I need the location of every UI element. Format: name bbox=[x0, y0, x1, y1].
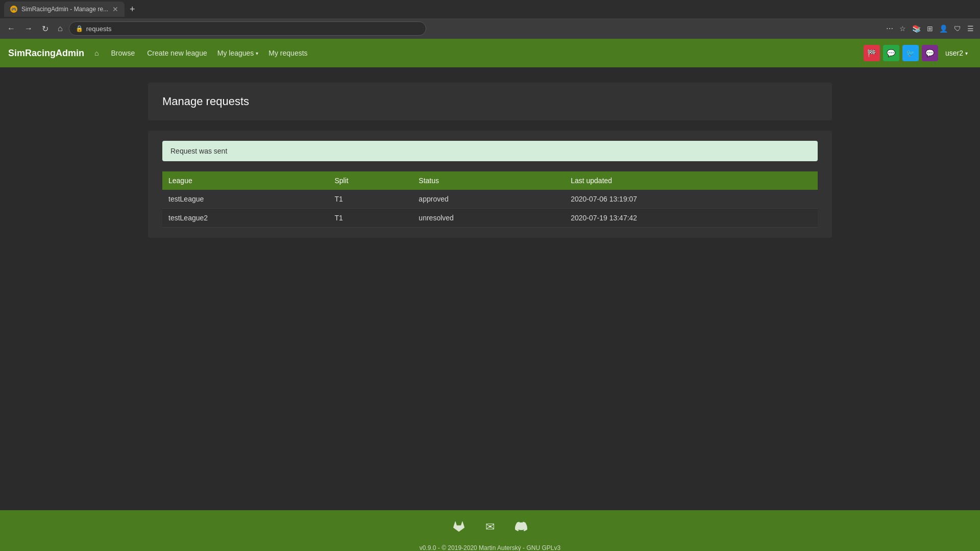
footer: ✉ v0.9.0 - © 2019-2020 Martin Auterský -… bbox=[0, 510, 980, 551]
email-footer-icon[interactable]: ✉ bbox=[485, 520, 495, 536]
nav-home[interactable]: ⌂ bbox=[92, 45, 101, 61]
username-label: user2 bbox=[945, 49, 963, 57]
table-body: testLeague T1 approved 2020-07-06 13:19:… bbox=[162, 190, 818, 228]
forward-button[interactable]: → bbox=[21, 22, 36, 35]
success-alert: Request was sent bbox=[162, 141, 818, 161]
discord-footer-icon[interactable] bbox=[515, 520, 527, 536]
shield-button[interactable]: 🛡 bbox=[952, 22, 963, 35]
navbar: SimRacingAdmin ⌂ Browse Create new leagu… bbox=[0, 39, 980, 67]
tab-title: SimRacingAdmin - Manage re... bbox=[21, 6, 108, 13]
cell-updated-2: 2020-07-19 13:47:42 bbox=[565, 209, 818, 228]
table-header-row: League Split Status Last updated bbox=[162, 171, 818, 190]
page-header: Manage requests bbox=[148, 83, 832, 120]
copyright-text: v0.9.0 - © 2019-2020 Martin Auterský - G… bbox=[0, 543, 980, 551]
user-dropdown[interactable]: user2 ▾ bbox=[941, 47, 972, 59]
main-card: Request was sent League Split Status Las… bbox=[148, 131, 832, 238]
menu-button[interactable]: ☰ bbox=[965, 22, 976, 35]
address-bar[interactable]: 🔒 requests bbox=[69, 21, 426, 36]
user-chevron: ▾ bbox=[965, 51, 968, 56]
close-tab-button[interactable]: ✕ bbox=[112, 5, 118, 13]
gitlab-footer-icon[interactable] bbox=[453, 520, 465, 536]
table-header: League Split Status Last updated bbox=[162, 171, 818, 190]
requests-table: League Split Status Last updated testLea… bbox=[162, 171, 818, 228]
main-content: Manage requests Request was sent League … bbox=[0, 67, 980, 510]
container: Manage requests Request was sent League … bbox=[138, 83, 842, 238]
table-row: testLeague T1 approved 2020-07-06 13:19:… bbox=[162, 190, 818, 209]
home-button[interactable]: ⌂ bbox=[55, 22, 66, 35]
cell-status-2: unresolved bbox=[412, 209, 565, 228]
page-title: Manage requests bbox=[162, 95, 818, 108]
browser-chrome: 🎮 SimRacingAdmin - Manage re... ✕ + ← → … bbox=[0, 0, 980, 39]
extensions-button[interactable]: ⋯ bbox=[884, 22, 895, 35]
footer-copyright: v0.9.0 - © 2019-2020 Martin Auterský - G… bbox=[0, 543, 980, 551]
twitter-icon-button[interactable]: 🐦 bbox=[902, 45, 919, 61]
col-split: Split bbox=[328, 171, 412, 190]
active-tab[interactable]: 🎮 SimRacingAdmin - Manage re... ✕ bbox=[4, 2, 125, 17]
reload-button[interactable]: ↻ bbox=[39, 22, 52, 36]
navbar-right: 🏁 💬 🐦 💬 user2 ▾ bbox=[864, 45, 972, 61]
chat-icon-button[interactable]: 💬 bbox=[883, 45, 899, 61]
bookmark-button[interactable]: ☆ bbox=[897, 22, 908, 35]
cell-league-2: testLeague2 bbox=[162, 209, 328, 228]
table-row: testLeague2 T1 unresolved 2020-07-19 13:… bbox=[162, 209, 818, 228]
col-last-updated: Last updated bbox=[565, 171, 818, 190]
back-button[interactable]: ← bbox=[4, 22, 18, 35]
new-tab-button[interactable]: + bbox=[127, 4, 138, 15]
tab-bar: 🎮 SimRacingAdmin - Manage re... ✕ + bbox=[0, 0, 980, 18]
navbar-brand[interactable]: SimRacingAdmin bbox=[8, 48, 84, 59]
tabs-button[interactable]: ⊞ bbox=[925, 22, 935, 35]
flag-icon-button[interactable]: 🏁 bbox=[864, 45, 880, 61]
nav-create-league[interactable]: Create new league bbox=[145, 45, 209, 61]
cell-updated-1: 2020-07-06 13:19:07 bbox=[565, 190, 818, 209]
cell-league-1: testLeague bbox=[162, 190, 328, 209]
discord-icon-button[interactable]: 💬 bbox=[922, 45, 938, 61]
toolbar-icons: ⋯ ☆ 📚 ⊞ 👤 🛡 ☰ bbox=[884, 22, 976, 35]
history-button[interactable]: 📚 bbox=[910, 22, 923, 35]
browser-toolbar: ← → ↻ ⌂ 🔒 requests ⋯ ☆ 📚 ⊞ 👤 🛡 ☰ bbox=[0, 18, 980, 39]
nav-my-leagues[interactable]: My leagues ▾ bbox=[217, 49, 259, 57]
profile-button[interactable]: 👤 bbox=[937, 22, 950, 35]
col-league: League bbox=[162, 171, 328, 190]
tab-favicon: 🎮 bbox=[10, 6, 17, 13]
nav-browse[interactable]: Browse bbox=[109, 45, 137, 61]
address-text: requests bbox=[86, 25, 112, 33]
my-leagues-chevron: ▾ bbox=[256, 51, 258, 56]
alert-text: Request was sent bbox=[170, 147, 227, 155]
footer-icons: ✉ bbox=[0, 520, 980, 536]
col-status: Status bbox=[412, 171, 565, 190]
cell-split-2: T1 bbox=[328, 209, 412, 228]
nav-my-requests[interactable]: My requests bbox=[266, 45, 309, 61]
cell-status-1: approved bbox=[412, 190, 565, 209]
cell-split-1: T1 bbox=[328, 190, 412, 209]
